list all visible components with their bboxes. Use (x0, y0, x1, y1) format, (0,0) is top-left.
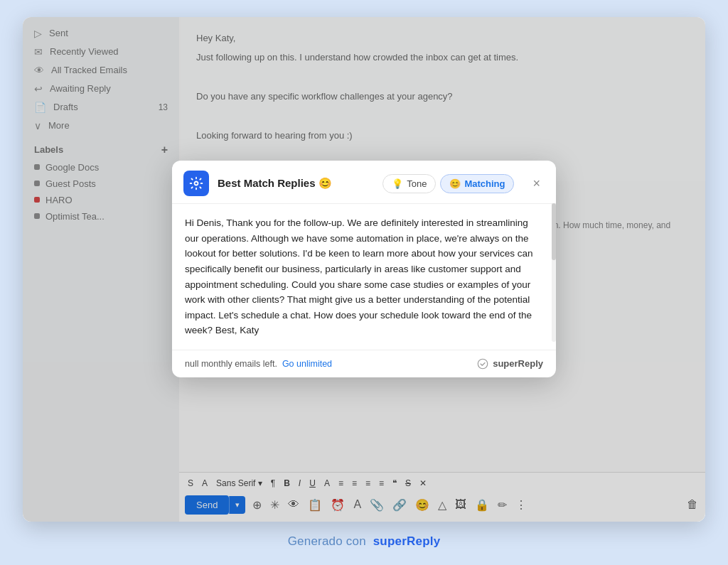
svg-point-1 (478, 359, 488, 369)
tone-tab[interactable]: 💡 Tone (382, 174, 436, 193)
superreply-logo-icon (476, 357, 489, 370)
matching-tab-label: Matching (464, 178, 505, 189)
bottom-branding: Generado con superReply (288, 534, 441, 549)
modal-scrollbar[interactable] (552, 203, 556, 342)
modal-title: Best Match Replies 😊 (218, 177, 374, 190)
matching-tab-icon: 😊 (449, 178, 461, 189)
svg-point-0 (195, 182, 198, 185)
go-unlimited-link[interactable]: Go unlimited (282, 359, 332, 369)
modal-footer: null monthly emails left. Go unlimited s… (172, 350, 556, 377)
modal-gear-icon (183, 171, 209, 196)
tone-tab-label: Tone (407, 178, 427, 189)
best-match-modal: Best Match Replies 😊 💡 Tone 😊 Matching × (172, 161, 556, 377)
matching-tab[interactable]: 😊 Matching (440, 174, 514, 193)
superreply-branding: superReply (476, 357, 543, 370)
modal-scrollbar-thumb (552, 203, 556, 260)
modal-overlay: Best Match Replies 😊 💡 Tone 😊 Matching × (23, 17, 705, 522)
modal-header: Best Match Replies 😊 💡 Tone 😊 Matching × (172, 161, 556, 204)
tone-tab-icon: 💡 (392, 178, 403, 189)
superreply-logo-text: superReply (493, 358, 543, 369)
branding-brand: superReply (373, 534, 441, 548)
modal-tabs: 💡 Tone 😊 Matching (382, 174, 514, 193)
footer-email-count: null monthly emails left. Go unlimited (185, 359, 332, 369)
branding-prefix: Generado con (288, 534, 366, 548)
modal-body: Hi Denis, Thank you for the follow-up. W… (172, 204, 556, 350)
modal-reply-text: Hi Denis, Thank you for the follow-up. W… (185, 215, 543, 338)
modal-close-button[interactable]: × (528, 175, 545, 193)
footer-null-text: null monthly emails left. (185, 359, 277, 369)
